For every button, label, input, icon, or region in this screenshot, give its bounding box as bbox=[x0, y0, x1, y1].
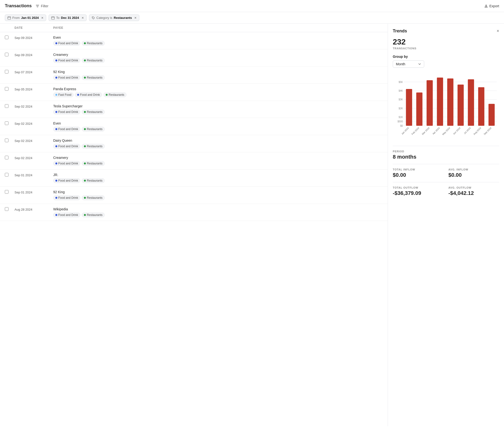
total-inflow-stat: TOTAL INFLOW $0.00 bbox=[393, 168, 444, 178]
tag-dot bbox=[84, 111, 86, 113]
trends-close-button[interactable]: × bbox=[496, 29, 499, 34]
row-checkbox[interactable] bbox=[5, 156, 8, 159]
svg-text:$3K: $3K bbox=[398, 98, 403, 101]
row-checkbox[interactable] bbox=[5, 53, 8, 56]
row-checkbox[interactable] bbox=[5, 87, 8, 91]
svg-rect-21 bbox=[427, 80, 433, 126]
transaction-date: Aug 28 2024 bbox=[15, 207, 53, 211]
transaction-payee: Creamery bbox=[53, 156, 383, 160]
svg-text:$4K: $4K bbox=[398, 90, 403, 92]
svg-text:Sep 2024: Sep 2024 bbox=[483, 127, 492, 136]
transaction-tag[interactable]: Restaurants bbox=[104, 92, 126, 97]
transaction-date: Sep 05 2024 bbox=[15, 87, 53, 91]
tag-dot bbox=[84, 128, 86, 130]
table-row: Sep 01 2024JR.Food and DrinkRestaurants bbox=[0, 170, 388, 187]
filter-chip-to[interactable]: To Dec 31 2024 ✕ bbox=[49, 15, 86, 21]
transaction-tag[interactable]: Restaurants bbox=[82, 213, 105, 217]
transaction-tag[interactable]: Food and Drink bbox=[53, 41, 80, 46]
transaction-tag[interactable]: Food and Drink bbox=[53, 161, 80, 166]
transaction-payee: Dairy Queen bbox=[53, 139, 383, 142]
transaction-tag[interactable]: Restaurants bbox=[82, 109, 105, 114]
tag-label: Restaurants bbox=[87, 41, 103, 45]
tag-dot bbox=[84, 197, 86, 199]
transaction-tag[interactable]: Restaurants bbox=[82, 58, 105, 63]
transaction-tag[interactable]: Restaurants bbox=[82, 144, 105, 149]
group-by-label: Group by bbox=[393, 55, 499, 58]
transaction-tag[interactable]: Fast Food bbox=[53, 92, 74, 97]
tag-dot bbox=[55, 197, 57, 199]
transaction-tag[interactable]: Food and Drink bbox=[53, 75, 80, 80]
transaction-tag[interactable]: Restaurants bbox=[82, 41, 105, 46]
row-checkbox[interactable] bbox=[5, 173, 8, 177]
bar-chart-svg: $0$500$1K$2K$3K$4K$5KJan 2024Feb 2024Mar… bbox=[393, 73, 499, 140]
transaction-tag[interactable]: Restaurants bbox=[82, 75, 105, 80]
tag-dot bbox=[84, 42, 86, 44]
row-checkbox[interactable] bbox=[5, 121, 8, 125]
tag-dot bbox=[55, 94, 57, 96]
table-row: Sep 09 2024EvenFood and DrinkRestaurants bbox=[0, 32, 388, 49]
avg-inflow-stat: AVG. INFLOW $0.00 bbox=[448, 168, 499, 178]
svg-text:Aug 2024: Aug 2024 bbox=[473, 127, 482, 136]
row-checkbox[interactable] bbox=[5, 36, 8, 39]
remove-category-filter[interactable]: ✕ bbox=[134, 16, 137, 20]
transaction-tag[interactable]: Food and Drink bbox=[75, 92, 102, 97]
tag-label: Food and Drink bbox=[80, 93, 100, 97]
tag-dot bbox=[106, 94, 108, 96]
remove-to-filter[interactable]: ✕ bbox=[82, 16, 84, 20]
tag-label: Restaurants bbox=[87, 145, 103, 148]
tag-dot bbox=[55, 163, 57, 165]
group-by-select[interactable]: Month bbox=[393, 60, 424, 68]
tag-dot bbox=[55, 77, 57, 79]
row-checkbox[interactable] bbox=[5, 139, 8, 142]
transaction-tag[interactable]: Food and Drink bbox=[53, 195, 80, 200]
transaction-tag[interactable]: Food and Drink bbox=[53, 213, 80, 217]
transaction-date: Sep 09 2024 bbox=[15, 36, 53, 40]
remove-from-filter[interactable]: ✕ bbox=[41, 16, 43, 20]
chevron-down-icon bbox=[418, 63, 421, 66]
transaction-payee: Even bbox=[53, 121, 383, 125]
transaction-tag[interactable]: Food and Drink bbox=[53, 127, 80, 132]
transaction-info: WikipediaFood and DrinkRestaurants bbox=[53, 207, 383, 217]
tag-label: Food and Drink bbox=[58, 76, 78, 79]
tag-dot bbox=[55, 128, 57, 130]
row-checkbox[interactable] bbox=[5, 207, 8, 211]
transaction-date: Sep 02 2024 bbox=[15, 156, 53, 160]
table-row: Sep 02 2024Dairy QueenFood and DrinkRest… bbox=[0, 135, 388, 152]
svg-rect-23 bbox=[437, 78, 443, 126]
tag-label: Restaurants bbox=[87, 76, 103, 79]
tag-label: Food and Drink bbox=[58, 59, 78, 62]
transaction-payee: Tesla Supercharger bbox=[53, 104, 383, 108]
tag-label: Restaurants bbox=[87, 196, 103, 199]
transaction-tag[interactable]: Food and Drink bbox=[53, 58, 80, 63]
transaction-date: Sep 02 2024 bbox=[15, 104, 53, 108]
svg-rect-31 bbox=[478, 87, 484, 126]
transaction-tag[interactable]: Restaurants bbox=[82, 178, 105, 183]
filter-button[interactable]: Filter bbox=[36, 4, 48, 8]
transaction-tag[interactable]: Restaurants bbox=[82, 161, 105, 166]
tag-dot bbox=[55, 180, 57, 181]
transaction-info: CreameryFood and DrinkRestaurants bbox=[53, 156, 383, 166]
svg-rect-25 bbox=[447, 78, 454, 126]
transaction-count: 232 bbox=[393, 37, 499, 46]
transaction-tag[interactable]: Food and Drink bbox=[53, 144, 80, 149]
row-checkbox[interactable] bbox=[5, 104, 8, 108]
filter-chip-category[interactable]: Category is Restaurants ✕ bbox=[89, 15, 140, 21]
export-button[interactable]: Export bbox=[484, 4, 499, 8]
transaction-tag[interactable]: Restaurants bbox=[82, 195, 105, 200]
row-checkbox[interactable] bbox=[5, 70, 8, 74]
transaction-label: TRANSACTIONS bbox=[393, 47, 499, 50]
transaction-tag[interactable]: Food and Drink bbox=[53, 109, 80, 114]
row-checkbox[interactable] bbox=[5, 190, 8, 194]
tag-label: Food and Drink bbox=[58, 213, 78, 217]
svg-point-2 bbox=[92, 17, 93, 17]
transaction-tag[interactable]: Restaurants bbox=[82, 127, 105, 132]
table-row: Sep 02 2024CreameryFood and DrinkRestaur… bbox=[0, 152, 388, 170]
transaction-tag[interactable]: Food and Drink bbox=[53, 178, 80, 183]
svg-text:Apr 2024: Apr 2024 bbox=[432, 127, 440, 135]
svg-text:Jun 2024: Jun 2024 bbox=[453, 127, 461, 135]
table-row: Sep 09 2024CreameryFood and DrinkRestaur… bbox=[0, 49, 388, 66]
filter-chip-from[interactable]: From Jan 01 2024 ✕ bbox=[5, 15, 46, 21]
svg-rect-27 bbox=[458, 85, 464, 126]
trends-title: Trends bbox=[393, 29, 407, 34]
tag-dot bbox=[77, 94, 79, 96]
